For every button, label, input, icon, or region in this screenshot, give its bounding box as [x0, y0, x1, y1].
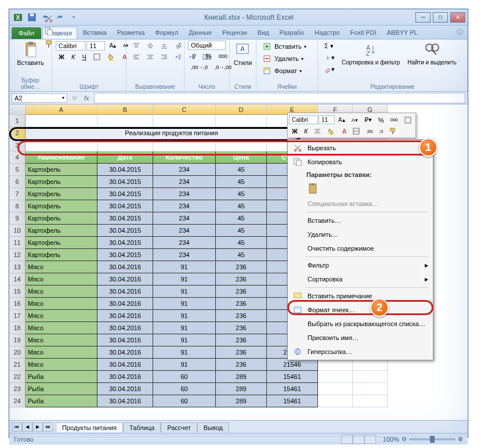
normal-view-icon[interactable]: [341, 435, 353, 444]
cell[interactable]: 30.04.2016: [97, 273, 153, 286]
cell[interactable]: [97, 115, 153, 127]
mini-dec-inc-icon[interactable]: ,0: [377, 127, 386, 136]
zoom-level[interactable]: 100%: [383, 436, 399, 443]
sheet-tab[interactable]: Продукты питания: [56, 422, 123, 432]
cell[interactable]: 289: [216, 371, 267, 383]
align-right-icon[interactable]: [158, 52, 171, 62]
mini-align-icon[interactable]: [311, 126, 324, 136]
delete-cells-button[interactable]: Удалить▾: [260, 53, 314, 64]
cell[interactable]: Мясо: [26, 322, 97, 334]
row-header-20[interactable]: 20: [9, 346, 26, 359]
cell[interactable]: Картофель: [26, 225, 97, 237]
ctx-dropdown-list[interactable]: Выбрать из раскрывающегося списка…: [289, 317, 432, 331]
cell[interactable]: 30.04.2016: [97, 261, 153, 273]
zoom-out-icon[interactable]: ⊖: [402, 435, 407, 443]
save-icon[interactable]: [26, 11, 38, 24]
sheet-tab[interactable]: Рассчет: [161, 422, 197, 432]
tab-nav-prev-icon[interactable]: ◀: [22, 422, 32, 432]
cell[interactable]: 15461: [267, 383, 318, 395]
mini-currency-icon[interactable]: ₽▾: [361, 114, 375, 125]
clear-icon[interactable]: ▾: [321, 64, 338, 75]
cell[interactable]: 30.04.2016: [97, 346, 153, 359]
cell[interactable]: 45: [216, 237, 267, 249]
mini-comma-icon[interactable]: 000: [387, 115, 400, 124]
cell[interactable]: 30.04.2016: [97, 371, 153, 383]
cell[interactable]: Мясо: [26, 286, 97, 298]
cell[interactable]: 236: [216, 286, 267, 298]
qat-more-icon[interactable]: ▾: [67, 11, 80, 24]
close-button[interactable]: ✕: [450, 12, 465, 23]
row-header-18[interactable]: 18: [9, 322, 26, 334]
tab-разметка[interactable]: Разметка: [113, 27, 150, 39]
cell[interactable]: 30.04.2015: [97, 237, 153, 249]
cell[interactable]: 91: [153, 334, 216, 346]
align-middle-icon[interactable]: [144, 41, 157, 51]
cell[interactable]: 21546: [267, 359, 318, 371]
cell[interactable]: [153, 139, 216, 151]
copy-icon[interactable]: [42, 26, 56, 37]
cell[interactable]: 91: [153, 261, 216, 273]
cell[interactable]: 236: [216, 298, 267, 310]
decrease-indent-icon[interactable]: [172, 52, 185, 62]
mini-percent-icon[interactable]: %: [375, 115, 387, 125]
cell[interactable]: 234: [153, 225, 216, 237]
mini-shrink-font-icon[interactable]: A▾: [349, 115, 361, 125]
cell[interactable]: 30.04.2015: [97, 200, 153, 212]
cell[interactable]: 45: [216, 176, 267, 188]
format-cells-button[interactable]: Формат▾: [260, 65, 314, 77]
cell[interactable]: 60: [153, 383, 216, 395]
underline-icon[interactable]: Ч: [79, 52, 89, 62]
fill-icon[interactable]: ▾: [321, 52, 338, 63]
ctx-paste-special[interactable]: Специальная вставка…: [289, 197, 432, 211]
cell[interactable]: Мясо: [26, 334, 97, 346]
row-header-2[interactable]: 2: [9, 127, 26, 139]
cell[interactable]: 234: [153, 200, 216, 212]
cell[interactable]: 30.04.2016: [97, 334, 153, 346]
cell[interactable]: 30.04.2016: [97, 359, 153, 371]
row-header-1[interactable]: 1: [9, 115, 26, 127]
tab-abbyy pl[interactable]: ABBYY PL: [382, 27, 422, 39]
ctx-format-cells[interactable]: Формат ячеек…: [289, 303, 432, 317]
cell[interactable]: 91: [153, 359, 216, 371]
cell[interactable]: 236: [216, 334, 267, 346]
cell[interactable]: [318, 359, 353, 371]
cell[interactable]: 234: [153, 237, 216, 249]
row-header-8[interactable]: 8: [9, 200, 26, 212]
align-center-icon[interactable]: [144, 52, 157, 62]
cell[interactable]: Рыба: [26, 395, 97, 407]
cell[interactable]: [153, 115, 216, 127]
tab-nav-next-icon[interactable]: ▶: [32, 422, 43, 432]
cell[interactable]: 45: [216, 249, 267, 261]
cell[interactable]: 91: [153, 310, 216, 322]
row-header-23[interactable]: 23: [9, 383, 26, 395]
cell[interactable]: 234: [153, 176, 216, 188]
cell[interactable]: 30.04.2015: [97, 164, 153, 176]
bold-icon[interactable]: Ж: [56, 52, 67, 62]
cell[interactable]: Рыба: [26, 383, 97, 395]
cell[interactable]: [353, 383, 388, 395]
tab-рецензи[interactable]: Рецензи: [218, 27, 252, 39]
tab-nav-last-icon[interactable]: ⏭: [43, 422, 53, 432]
header-cell[interactable]: Количество: [153, 151, 216, 164]
ctx-clear[interactable]: Очистить содержимое: [289, 241, 432, 255]
row-header-14[interactable]: 14: [9, 273, 26, 286]
cell[interactable]: 91: [153, 273, 216, 286]
font-name-select[interactable]: Calibri: [56, 41, 85, 50]
cell[interactable]: Картофель: [26, 237, 97, 249]
cell[interactable]: 30.04.2015: [97, 225, 153, 237]
file-tab[interactable]: Файл: [12, 27, 41, 39]
cell[interactable]: Картофель: [26, 212, 97, 225]
cell[interactable]: Мясо: [26, 261, 97, 273]
ctx-delete[interactable]: Удалить…: [289, 227, 432, 241]
percent-icon[interactable]: %: [203, 51, 215, 62]
cell[interactable]: 30.04.2015: [97, 212, 153, 225]
ctx-cut[interactable]: Вырезать: [289, 141, 432, 155]
ctx-sort[interactable]: Сортировка▶: [289, 272, 432, 286]
cell[interactable]: 15461: [267, 395, 318, 407]
cell[interactable]: 30.04.2016: [97, 383, 153, 395]
cell[interactable]: 234: [153, 212, 216, 225]
font-size-select[interactable]: 11: [86, 41, 105, 50]
cut-icon[interactable]: [42, 13, 56, 24]
autosum-icon[interactable]: Σ ▾: [321, 41, 338, 52]
find-select-button[interactable]: Найти и выделить: [404, 41, 460, 67]
